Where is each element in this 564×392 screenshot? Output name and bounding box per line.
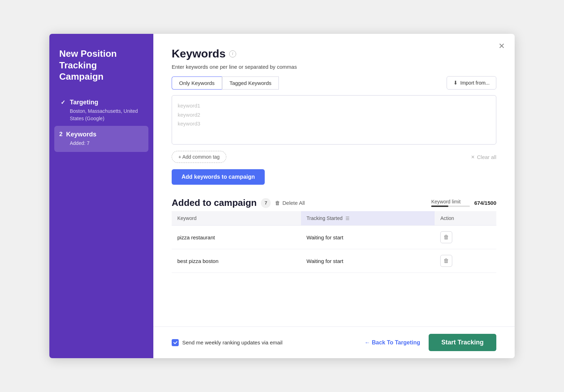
sidebar-item-keywords-label: Keywords — [66, 131, 96, 138]
delete-row-icon-1: 🗑 — [443, 258, 449, 264]
keywords-subtitle: Enter keywords one per line or separated… — [172, 64, 496, 70]
add-tag-label: + Add common tag — [178, 154, 220, 160]
table-row: best pizza boston Waiting for start 🗑 — [172, 249, 496, 273]
keyword-cell: best pizza boston — [172, 249, 301, 273]
delete-all-button[interactable]: 🗑 Delete All — [275, 200, 305, 206]
sidebar-title: New Position Tracking Campaign — [59, 48, 143, 82]
back-to-targeting-button[interactable]: ← Back To Targeting — [364, 339, 420, 346]
main-content: ✕ Keywords i Enter keywords one per line… — [153, 34, 515, 326]
import-button[interactable]: ⬇ Import from... — [447, 76, 496, 90]
action-cell: 🗑 — [435, 226, 496, 249]
keyword-cell: pizza restaurant — [172, 226, 301, 249]
keyword-limit-value: 674/1500 — [474, 200, 496, 206]
sort-icon: ☰ — [345, 216, 350, 221]
keywords-title-row: Keywords i — [172, 47, 496, 60]
add-common-tag-button[interactable]: + Add common tag — [172, 151, 226, 163]
keyword-limit-progress-bar — [431, 206, 470, 207]
keyword-limit-bar-fill — [431, 206, 448, 207]
keywords-title: Keywords — [172, 47, 226, 60]
keyword-limit-info: Keyword limit — [431, 199, 470, 207]
email-checkbox[interactable] — [172, 339, 179, 346]
keyword-limit-label: Keyword limit — [431, 199, 470, 204]
tab-bar: Only Keywords Tagged Keywords ⬇ Import f… — [172, 76, 496, 90]
import-icon: ⬇ — [453, 80, 458, 86]
table-row: pizza restaurant Waiting for start 🗑 — [172, 226, 496, 249]
table-header-action: Action — [435, 211, 496, 226]
sidebar-item-targeting-sub: Boston, Massachusetts, United States (Go… — [59, 108, 143, 122]
import-label: Import from... — [460, 80, 490, 86]
tab-only-keywords[interactable]: Only Keywords — [172, 76, 222, 90]
status-cell: Waiting for start — [301, 226, 435, 249]
campaign-badge: 7 — [261, 198, 271, 208]
keyword-limit-section: Keyword limit 674/1500 — [431, 199, 496, 207]
sidebar-item-keywords-sub: Added: 7 — [59, 140, 143, 147]
sidebar: New Position Tracking Campaign ✓ Targeti… — [49, 34, 153, 358]
clear-all-x: ✕ — [471, 154, 475, 160]
add-keywords-button[interactable]: Add keywords to campaign — [172, 169, 265, 185]
sidebar-item-keywords[interactable]: 2 Keywords Added: 7 — [54, 126, 148, 152]
delete-row-button-0[interactable]: 🗑 — [440, 231, 452, 243]
campaign-section-title: Added to campaign — [172, 197, 257, 208]
delete-row-button-1[interactable]: 🗑 — [440, 255, 452, 267]
tab-tagged-keywords[interactable]: Tagged Keywords — [222, 76, 279, 90]
modal: New Position Tracking Campaign ✓ Targeti… — [49, 34, 515, 358]
sidebar-item-targeting-label: Targeting — [70, 99, 98, 106]
clear-all-label: Clear all — [477, 154, 496, 160]
check-icon: ✓ — [59, 99, 66, 106]
email-row: Send me weekly ranking updates via email — [172, 339, 282, 346]
trash-icon: 🗑 — [275, 200, 280, 206]
keywords-textarea[interactable] — [172, 95, 496, 145]
email-label: Send me weekly ranking updates via email — [182, 339, 282, 345]
campaign-section: Added to campaign 7 🗑 Delete All Keyword… — [172, 197, 496, 273]
delete-row-icon-0: 🗑 — [443, 234, 449, 240]
action-cell: 🗑 — [435, 249, 496, 273]
info-icon[interactable]: i — [229, 50, 236, 57]
delete-all-label: Delete All — [282, 200, 305, 206]
keywords-step: 2 — [59, 131, 62, 138]
close-button[interactable]: ✕ — [498, 42, 505, 50]
table-header-keyword: Keyword — [172, 211, 301, 226]
tag-clear-row: + Add common tag ✕ Clear all — [172, 151, 496, 163]
footer-right: ← Back To Targeting Start Tracking — [364, 334, 496, 351]
footer: Send me weekly ranking updates via email… — [153, 326, 515, 358]
start-tracking-button[interactable]: Start Tracking — [429, 334, 496, 351]
table-header-tracking-started[interactable]: Tracking Started ☰ — [301, 211, 435, 226]
sidebar-item-targeting[interactable]: ✓ Targeting Boston, Massachusetts, Unite… — [59, 95, 143, 126]
campaign-header: Added to campaign 7 🗑 Delete All Keyword… — [172, 197, 496, 208]
status-cell: Waiting for start — [301, 249, 435, 273]
keywords-table: Keyword Tracking Started ☰ Action — [172, 211, 496, 273]
clear-all-button[interactable]: ✕ Clear all — [471, 154, 496, 160]
